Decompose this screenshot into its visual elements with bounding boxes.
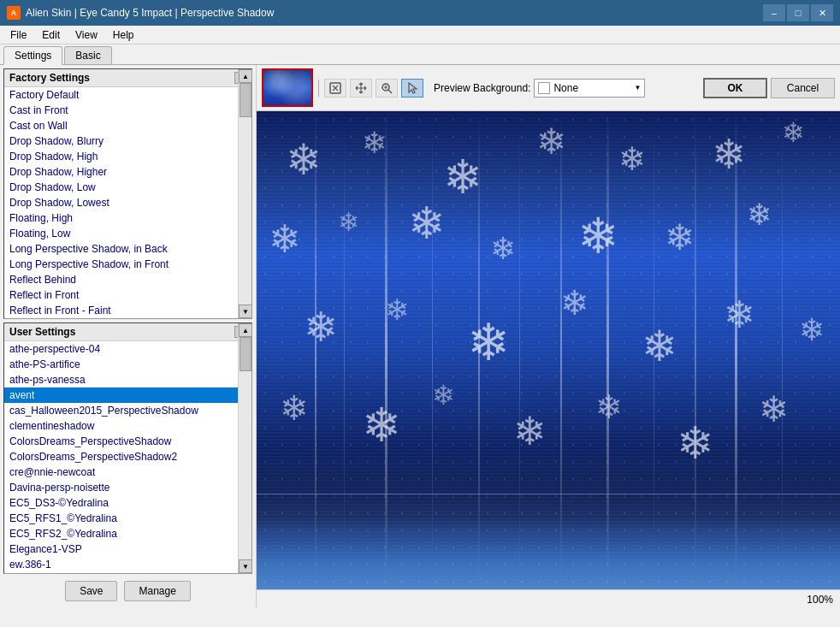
bottom-buttons: Save Manage [3, 577, 252, 605]
factory-settings-section: Factory Settings ▲ Factory Default Cast … [3, 68, 252, 319]
user-settings-list: athe-perspective-04 athe-PS-artifice ath… [4, 341, 251, 573]
list-item[interactable]: Drop Shadow, Low [4, 180, 251, 195]
menu-help[interactable]: Help [106, 27, 141, 43]
list-item[interactable]: EC5_DS3-©Yedralina [4, 495, 251, 511]
list-item[interactable]: Elegance1-VSP [4, 541, 251, 557]
user-settings-label: User Settings [9, 326, 75, 338]
list-item[interactable]: Floating, High [4, 210, 251, 226]
dropdown-arrow: ▼ [634, 84, 641, 92]
left-panel: Factory Settings ▲ Factory Default Cast … [0, 65, 257, 608]
list-item[interactable]: athe-perspective-04 [4, 341, 251, 357]
close-button[interactable]: ✕ [811, 4, 833, 21]
main-content: Factory Settings ▲ Factory Default Cast … [0, 65, 840, 608]
user-settings-section: User Settings ▲ athe-perspective-04 athe… [3, 322, 252, 574]
factory-settings-label: Factory Settings [9, 72, 90, 84]
right-panel: Preview Background: None ▼ OK Cancel [257, 65, 840, 608]
scroll-thumb[interactable] [240, 87, 251, 117]
list-item[interactable]: Davina-persp-noisette [4, 480, 251, 495]
scroll-thumb[interactable] [240, 341, 251, 371]
toolbar-divider [318, 80, 319, 97]
list-item[interactable]: Cast on Wall [4, 118, 251, 133]
list-item[interactable]: Factory Default [4, 87, 251, 103]
list-item[interactable]: Reflect in Front [4, 287, 251, 303]
bg-color-swatch [538, 82, 550, 94]
window-title: Alien Skin | Eye Candy 5 Impact | Perspe… [26, 7, 274, 19]
list-item[interactable]: Floating, Low [4, 226, 251, 241]
list-item[interactable]: ColorsDreams_PerspectiveShadow [4, 434, 251, 449]
title-bar: A Alien Skin | Eye Candy 5 Impact | Pers… [0, 0, 840, 26]
status-bar: 100% [257, 589, 840, 608]
user-settings-header: User Settings ▲ [4, 323, 251, 341]
scroll-down-arrow[interactable]: ▼ [239, 559, 251, 573]
list-item[interactable]: Long Perspective Shadow, in Back [4, 241, 251, 257]
list-item[interactable]: Reflect in Front - Faint [4, 303, 251, 318]
zoom-fit-button[interactable] [324, 79, 346, 98]
list-item[interactable]: Drop Shadow, Blurry [4, 133, 251, 149]
user-scrollbar[interactable]: ▲ ▼ [238, 341, 251, 573]
scroll-track[interactable] [239, 87, 251, 305]
list-item[interactable]: cre@nnie-newcoat [4, 464, 251, 480]
list-item[interactable]: cas_Halloween2015_PerspectiveShadow [4, 403, 251, 418]
preview-bg-value: None [553, 82, 630, 94]
app-icon: A [7, 6, 21, 20]
preview-canvas: ❄ ❄ ❄ ❄ ❄ ❄ ❄ ❄ ❄ ❄ ❄ ❄ ❄ ❄ ❄ ❄ ❄ ❄ ❄ ❄ … [257, 111, 840, 589]
manage-button[interactable]: Manage [124, 581, 190, 601]
factory-scrollbar[interactable]: ▲ ▼ [238, 87, 251, 318]
preview-thumbnail [262, 68, 313, 107]
zoom-level: 100% [807, 594, 833, 606]
list-item[interactable]: athe-PS-artifice [4, 357, 251, 372]
scroll-down-arrow[interactable]: ▼ [239, 305, 251, 318]
menu-edit[interactable]: Edit [35, 27, 67, 43]
list-item-selected[interactable]: avent [4, 387, 251, 403]
list-item[interactable]: EC5_RFS1_©Yedralina [4, 511, 251, 526]
list-item[interactable]: ColorsDreams_PerspectiveShadow2 [4, 449, 251, 464]
list-item[interactable]: Long Perspective Shadow, in Front [4, 257, 251, 272]
list-item[interactable]: Drop Shadow, High [4, 149, 251, 164]
tabs-bar: Settings Basic [0, 44, 840, 65]
list-item[interactable]: Drop Shadow, Higher [4, 164, 251, 180]
list-item[interactable]: EC5_RFS2_©Yedralina [4, 526, 251, 541]
minimize-button[interactable]: – [763, 4, 785, 21]
save-button[interactable]: Save [65, 581, 117, 601]
zoom-in-button[interactable] [376, 79, 398, 98]
menu-bar: File Edit View Help [0, 26, 840, 44]
scroll-track[interactable] [239, 341, 251, 559]
list-item[interactable]: Reflect Behind [4, 272, 251, 287]
pan-button[interactable] [350, 79, 372, 98]
list-item[interactable]: ew.386-1 [4, 557, 251, 572]
preview-bg-dropdown[interactable]: None ▼ [534, 79, 645, 98]
menu-file[interactable]: File [3, 27, 33, 43]
preview-bg-label: Preview Background: [434, 82, 530, 94]
preview-top-bar: Preview Background: None ▼ OK Cancel [257, 65, 840, 111]
factory-settings-list: Factory Default Cast in Front Cast on Wa… [4, 87, 251, 318]
cancel-button[interactable]: Cancel [771, 78, 835, 98]
menu-view[interactable]: View [68, 27, 104, 43]
tab-settings[interactable]: Settings [3, 46, 62, 65]
tab-basic[interactable]: Basic [64, 46, 111, 64]
list-item[interactable]: Cast in Front [4, 103, 251, 118]
maximize-button[interactable]: □ [787, 4, 809, 21]
list-item[interactable]: athe-ps-vanessa [4, 372, 251, 387]
select-button[interactable] [401, 79, 423, 98]
window-controls: – □ ✕ [763, 4, 833, 21]
dots-overlay [257, 111, 840, 589]
list-item[interactable]: Drop Shadow, Lowest [4, 195, 251, 210]
ok-button[interactable]: OK [703, 78, 767, 98]
factory-settings-header: Factory Settings ▲ [4, 69, 251, 87]
list-item[interactable]: clementineshadow [4, 418, 251, 434]
